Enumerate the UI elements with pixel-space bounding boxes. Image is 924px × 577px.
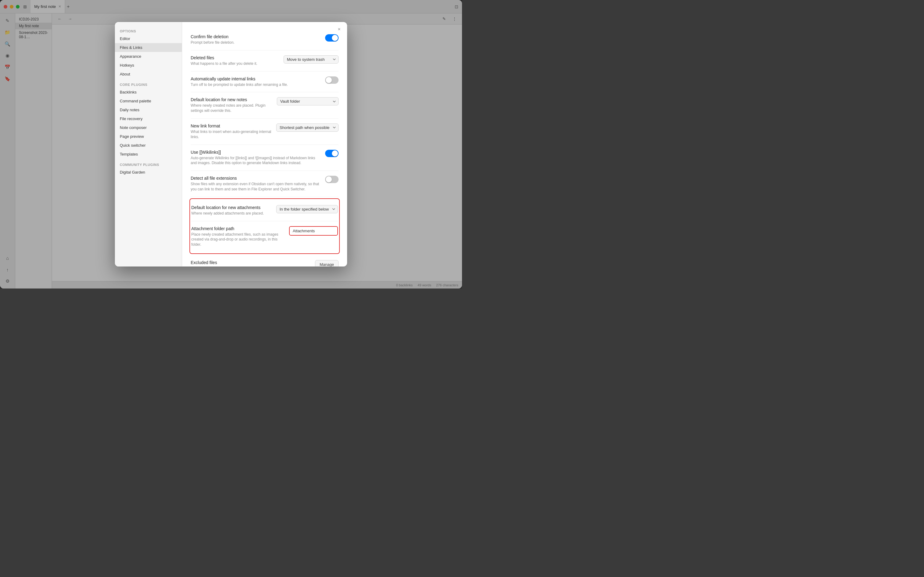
setting-desc-excluded-files: Excluded files will be hidden in Search,… — [191, 266, 310, 266]
setting-info-link-format: New link format What links to insert whe… — [191, 124, 271, 140]
settings-nav-templates[interactable]: Templates — [115, 150, 182, 159]
setting-name-auto-links: Automatically update internal links — [191, 76, 320, 81]
settings-nav-note-composer[interactable]: Note composer — [115, 123, 182, 132]
core-plugins-label: Core plugins — [115, 79, 182, 88]
setting-name-attachment-path: Attachment folder path — [191, 226, 284, 231]
settings-nav-daily-notes[interactable]: Daily notes — [115, 105, 182, 114]
setting-control-default-location-notes: Vault folder Root folder Same folder as … — [277, 97, 338, 105]
setting-name-excluded-files: Excluded files — [191, 260, 310, 265]
manage-button[interactable]: Manage — [315, 260, 338, 266]
setting-name-default-location-notes: Default location for new notes — [191, 97, 272, 102]
setting-row-excluded-files: Excluded files Excluded files will be hi… — [191, 255, 338, 266]
select-link-format[interactable]: Shortest path when possible Relative pat… — [276, 124, 338, 132]
toggle-detect-extensions[interactable] — [325, 176, 338, 183]
settings-nav-hotkeys[interactable]: Hotkeys — [115, 61, 182, 70]
select-deleted-files[interactable]: Move to system trash Move to Obsidian tr… — [283, 55, 338, 64]
options-label: Options — [115, 27, 182, 34]
settings-close-button[interactable]: × — [335, 26, 343, 33]
setting-info-auto-links: Automatically update internal links Turn… — [191, 76, 320, 87]
settings-nav-about[interactable]: About — [115, 70, 182, 79]
setting-control-link-format: Shortest path when possible Relative pat… — [276, 124, 338, 132]
setting-info-detect-extensions: Detect all file extensions Show files wi… — [191, 176, 320, 192]
toggle-auto-links[interactable] — [325, 76, 338, 84]
setting-name-wikilinks: Use [[Wikilinks]] — [191, 150, 320, 155]
setting-row-auto-links: Automatically update internal links Turn… — [191, 71, 338, 93]
setting-desc-attachment-location: Where newly added attachments are placed… — [191, 211, 271, 216]
setting-name-confirm-deletion: Confirm file deletion — [191, 34, 320, 39]
settings-nav-file-recovery[interactable]: File recovery — [115, 114, 182, 123]
app-window: ⊞ My first note ✕ + ⊡ ✎ 📁 🔍 ◉ 📅 🔖 ⌂ ↑ ⚙ — [0, 0, 462, 288]
setting-desc-wikilinks: Auto-generate Wikilinks for [[links]] an… — [191, 156, 320, 166]
setting-row-default-location-notes: Default location for new notes Where new… — [191, 92, 338, 119]
toggle-knob-confirm-deletion — [332, 35, 338, 41]
setting-info-deleted-files: Deleted files What happens to a file aft… — [191, 55, 278, 66]
setting-desc-link-format: What links to insert when auto-generatin… — [191, 129, 271, 140]
settings-nav-command-palette[interactable]: Command palette — [115, 97, 182, 105]
setting-desc-deleted-files: What happens to a file after you delete … — [191, 61, 278, 66]
settings-nav-editor[interactable]: Editor — [115, 34, 182, 43]
setting-control-excluded-files: Manage — [315, 260, 338, 266]
setting-row-attachment-path: Attachment folder path Place newly creat… — [191, 221, 338, 252]
toggle-wikilinks[interactable] — [325, 150, 338, 157]
setting-control-wikilinks — [325, 150, 338, 157]
setting-control-deleted-files: Move to system trash Move to Obsidian tr… — [283, 55, 338, 64]
setting-info-default-location-notes: Default location for new notes Where new… — [191, 97, 272, 113]
settings-nav-page-preview[interactable]: Page preview — [115, 132, 182, 141]
setting-desc-detect-extensions: Show files with any extension even if Ob… — [191, 182, 320, 192]
setting-row-deleted-files: Deleted files What happens to a file aft… — [191, 50, 338, 71]
modal-overlay: × Options Editor Files & Links Appearanc… — [0, 0, 462, 288]
toggle-knob-detect-extensions — [326, 176, 332, 182]
setting-control-detect-extensions — [325, 176, 338, 183]
settings-nav-appearance[interactable]: Appearance — [115, 52, 182, 61]
select-default-location-notes[interactable]: Vault folder Root folder Same folder as … — [277, 97, 338, 105]
setting-info-attachment-location: Default location for new attachments Whe… — [191, 205, 271, 216]
settings-nav-files-links[interactable]: Files & Links — [115, 43, 182, 52]
setting-info-excluded-files: Excluded files Excluded files will be hi… — [191, 260, 310, 266]
setting-name-detect-extensions: Detect all file extensions — [191, 176, 320, 181]
setting-row-link-format: New link format What links to insert whe… — [191, 119, 338, 145]
setting-control-attachment-location: Vault folder Root folder Same folder as … — [276, 205, 338, 213]
setting-name-deleted-files: Deleted files — [191, 55, 278, 60]
toggle-knob-wikilinks — [332, 150, 338, 156]
select-attachment-location[interactable]: Vault folder Root folder Same folder as … — [276, 205, 338, 213]
settings-nav-digital-garden[interactable]: Digital Garden — [115, 168, 182, 177]
setting-row-detect-extensions: Detect all file extensions Show files wi… — [191, 171, 338, 197]
settings-nav-quick-switcher[interactable]: Quick switcher — [115, 141, 182, 150]
setting-row-confirm-deletion: Confirm file deletion Prompt before file… — [191, 29, 338, 50]
setting-desc-default-location-notes: Where newly created notes are placed. Pl… — [191, 103, 272, 113]
setting-row-wikilinks: Use [[Wikilinks]] Auto-generate Wikilink… — [191, 145, 338, 171]
setting-row-attachment-location: Default location for new attachments Whe… — [191, 200, 338, 221]
settings-nav-backlinks[interactable]: Backlinks — [115, 88, 182, 97]
setting-info-attachment-path: Attachment folder path Place newly creat… — [191, 226, 284, 247]
setting-name-link-format: New link format — [191, 124, 271, 128]
setting-control-confirm-deletion — [325, 34, 338, 42]
toggle-confirm-deletion[interactable] — [325, 34, 338, 42]
settings-modal: × Options Editor Files & Links Appearanc… — [115, 22, 347, 266]
highlighted-attachments-section: Default location for new attachments Whe… — [190, 198, 340, 254]
setting-info-confirm-deletion: Confirm file deletion Prompt before file… — [191, 34, 320, 45]
community-plugins-label: Community plugins — [115, 159, 182, 168]
input-attachment-path[interactable] — [289, 226, 338, 235]
setting-info-wikilinks: Use [[Wikilinks]] Auto-generate Wikilink… — [191, 150, 320, 166]
settings-sidebar: Options Editor Files & Links Appearance … — [115, 22, 182, 266]
settings-content: Confirm file deletion Prompt before file… — [182, 22, 347, 266]
setting-name-attachment-location: Default location for new attachments — [191, 205, 271, 210]
toggle-knob-auto-links — [326, 77, 332, 83]
setting-control-attachment-path — [289, 226, 338, 235]
setting-desc-confirm-deletion: Prompt before file deletion. — [191, 40, 320, 45]
setting-control-auto-links — [325, 76, 338, 84]
setting-desc-attachment-path: Place newly created attachment files, su… — [191, 232, 284, 247]
setting-desc-auto-links: Turn off to be prompted to update links … — [191, 82, 320, 87]
